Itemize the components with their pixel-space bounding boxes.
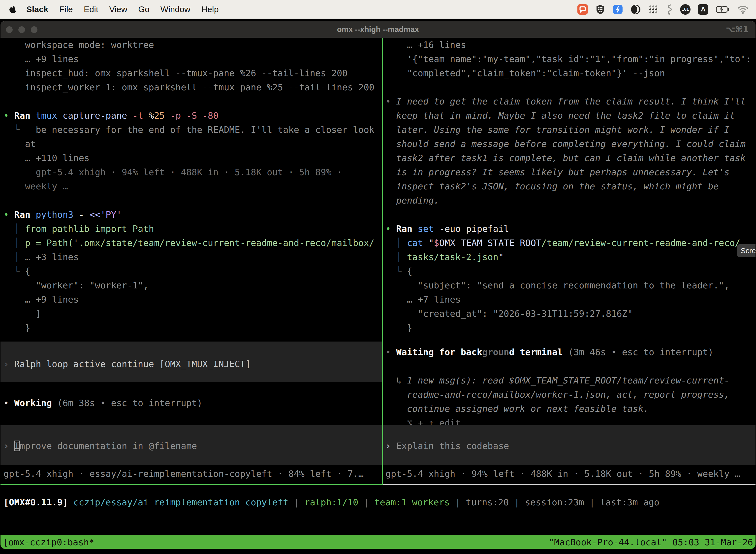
dots-grid-icon[interactable] [648,4,658,14]
zoom-button[interactable] [31,26,38,33]
terminal-line: } [385,321,756,335]
terminal-line: … +7 lines [385,292,756,307]
terminal-line: weekly … [3,179,382,193]
desktop: { "colors": { "accent_green": "#57ce57",… [0,0,756,554]
terminal-line: └ { [3,264,382,278]
terminal-line [385,208,756,222]
terminal-line: … +110 lines [3,151,382,165]
terminal-line: is in progress? It seems likely but perh… [385,165,756,179]
tmux-status-bar: [omx-cczip0:bash* "MacBook-Pro-44.local"… [0,535,756,549]
terminal-line: "worker": "worker-1", [3,278,382,292]
terminal-line: … +16 lines [385,38,756,52]
terminal-line: } [3,321,382,335]
window-titlebar[interactable]: omx --xhigh --madmax ⌥⌘1 [0,21,756,38]
terminal-line: ↳ 1 new msg(s): read $OMX_TEAM_STATE_ROO… [385,373,730,387]
left-pane-scrollback: workspace_mode: worktree … +9 lines insp… [0,38,382,341]
menu-bar: Slack FileEditViewGoWindowHelp ..61 A [0,0,756,19]
crescent-icon[interactable] [630,4,641,15]
terminal-line: • Ran python3 - <<'PY' [3,208,382,222]
menu-item-go[interactable]: Go [133,4,155,14]
terminal-line [3,94,382,108]
minimize-button[interactable] [18,26,25,33]
right-prompt-box[interactable]: › Explain this codebase [383,425,756,465]
right-model-statusline: gpt-5.4 xhigh · 94% left · 488K in · 5.1… [385,466,753,481]
left-model-statusline: gpt-5.4 xhigh · essay/ai-reimplementatio… [3,466,379,481]
badge-61-icon[interactable]: ..61 [680,4,691,15]
right-prompt-input[interactable]: › Explain this codebase [385,439,756,453]
menu-item-file[interactable]: File [54,4,78,14]
terminal-line: readme-and-reco/mailbox/worker-1.json, a… [385,387,730,402]
terminal-line: later. Using the same for transition mig… [385,123,756,137]
window-shortcut-badge: ⌥⌘1 [726,21,749,38]
menu-item-help[interactable]: Help [196,4,224,14]
ralph-loop-text: › Ralph loop active continue [OMX_TMUX_I… [3,357,382,371]
window-controls [6,26,38,33]
tmux-host-clock: "MacBook-Pro-44.local" 05:03 31-Mar-26 [549,535,753,549]
terminal-line: • I need to get the claim token from the… [385,94,756,108]
terminal-line: inspect_worker-1: omx sparkshell --tmux-… [3,80,382,94]
terminal-line: keep that in mind. Maybe I also need the… [385,108,756,123]
terminal-line: "subject": "send a concise recommendatio… [385,278,756,292]
terminal-line: │ … +3 lines [3,250,382,264]
shield-grid-icon[interactable] [595,4,605,15]
terminal-line: └ be necessary for the end of the README… [3,123,382,137]
squiggle-icon[interactable] [666,4,673,15]
terminal-line: workspace_mode: worktree [3,38,382,52]
terminal-line: task2 after task1 is complete, but can I… [385,151,756,165]
menu-left: Slack FileEditViewGoWindowHelp [5,4,224,14]
a-app-icon[interactable]: A [698,4,708,15]
window-title: omx --xhigh --madmax [0,21,756,38]
terminal-line [385,80,756,94]
terminal-line: should send a message before completing … [385,137,756,151]
close-button[interactable] [6,26,13,33]
terminal-line: inspect_hud: omx sparkshell --tmux-pane … [3,66,382,80]
right-pane-border [383,484,756,485]
ralph-loop-banner: › Ralph loop active continue [OMX_TMUX_I… [0,341,382,382]
terminal-line: ] [3,307,382,321]
terminal-line: │ tasks/task-2.json" [385,250,756,264]
terminal-line: inspect task2's JSON, focusing on the st… [385,179,756,193]
menu-items: FileEditViewGoWindowHelp [54,4,224,14]
apple-menu-icon[interactable] [9,5,17,14]
terminal-line: continue assigned work or next feasible … [385,402,730,416]
right-pane-scrollback: … +16 lines '{"team_name":"my-team","tas… [383,38,756,341]
menu-item-app[interactable]: Slack [21,4,54,14]
menu-item-view[interactable]: View [104,4,133,14]
left-working-status: • Working (6m 38s • esc to interrupt) [3,396,202,410]
terminal-line: pending. [385,193,756,208]
blue-bolt-icon[interactable] [613,4,623,15]
left-prompt-input[interactable]: › Improve documentation in @filename [3,439,382,453]
left-pane-border [0,484,383,485]
terminal-line: '{"team_name":"my-team","task_id":"1","f… [385,52,756,66]
wifi-icon[interactable] [737,5,749,14]
omx-session-statusline: [OMX#0.11.9] cczip/essay/ai-reimplementa… [3,495,659,509]
terminal-line: "completed","claim_token":"claim-token"}… [385,66,756,80]
terminal-line: │ p = Path('.omx/state/team/review-curre… [3,236,382,250]
menu-item-window[interactable]: Window [155,4,196,14]
terminal-line: … +9 lines [3,52,382,66]
tmux-session-label[interactable]: [omx-cczip0:bash* [3,535,94,549]
terminal-line: gpt-5.4 xhigh · 94% left · 488K in · 5.1… [3,165,382,179]
menu-item-edit[interactable]: Edit [78,4,104,14]
terminal-line: • Ran set -euo pipefail [385,222,756,236]
terminal-line [3,193,382,208]
terminal-line: "created_at": "2026-03-31T11:59:27.816Z" [385,307,756,321]
screen-edge-tooltip[interactable]: Scre [737,244,756,257]
terminal-line: └ { [385,264,756,278]
terminal-content: workspace_mode: worktree … +9 lines insp… [0,38,756,535]
right-waiting-status: • Waiting for background terminal (3m 46… [385,345,713,359]
terminal-window: omx --xhigh --madmax ⌥⌘1 workspace_mode:… [0,21,756,549]
chat-app-icon[interactable] [577,4,588,15]
terminal-line: │ cat "$OMX_TEAM_STATE_ROOT/team/review-… [385,236,756,250]
menu-status-icons: ..61 A [577,4,749,15]
right-mailbox-message: ↳ 1 new msg(s): read $OMX_TEAM_STATE_ROO… [385,373,730,430]
terminal-line: … +9 lines [3,292,382,307]
terminal-line: │ from pathlib import Path [3,222,382,236]
terminal-line: at [3,137,382,151]
left-prompt-box[interactable]: › Improve documentation in @filename [0,425,382,465]
terminal-line: • Ran tmux capture-pane -t %25 -p -S -80 [3,108,382,123]
battery-icon[interactable] [716,6,730,13]
